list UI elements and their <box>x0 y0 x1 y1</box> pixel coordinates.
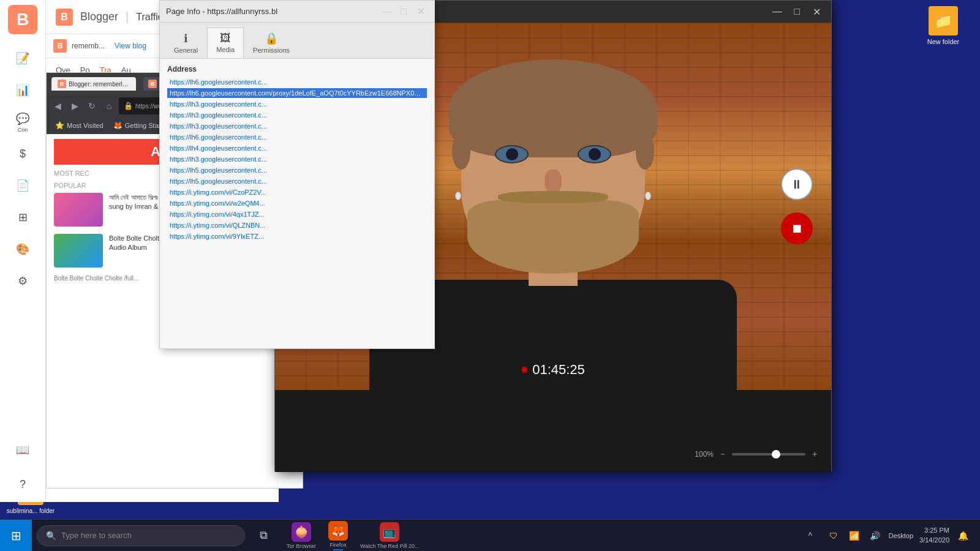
popup-close[interactable]: ✕ <box>413 4 428 19</box>
sidebar-item-earn[interactable]: $ <box>4 140 41 169</box>
show-hidden-icons[interactable]: ^ <box>801 526 820 545</box>
firefox-taskbar[interactable]: 🦊 Firefox <box>323 520 353 552</box>
getting-started-icon: 🦊 <box>113 121 123 130</box>
nose <box>545 170 562 194</box>
popup-tab-media[interactable]: 🖼 Media <box>207 28 244 58</box>
head <box>461 72 645 268</box>
popup-tab-general[interactable]: ℹ General <box>165 28 207 58</box>
tray-icon-security[interactable]: 🛡 <box>824 526 843 545</box>
blogger-tab[interactable]: B Blogger: rememberlessf <box>51 77 136 91</box>
url-item-10[interactable]: https://i.ytimg.com/vi/CzoPZ2V... <box>167 187 427 197</box>
tray-icon-network[interactable]: 📶 <box>845 526 864 545</box>
url-item-11[interactable]: https://i.ytimg.com/vi/w2eQM4... <box>167 198 427 208</box>
sidebar-item-layout[interactable]: ⊞ <box>4 203 41 233</box>
help-icon: ? <box>20 478 26 491</box>
left-earring <box>455 192 461 200</box>
left-eye <box>495 145 529 163</box>
blogger-logo-icon: B <box>56 9 73 26</box>
url-item-14[interactable]: https://i.ytimg.com/vi/9YlxETZ... <box>167 231 427 241</box>
sidebar-item-reading[interactable]: 📖 <box>4 436 41 465</box>
url-item-0[interactable]: https://lh6.googleusercontent.c... <box>167 77 427 87</box>
url-item-12[interactable]: https://i.ytimg.com/vi/4qx1TJZ... <box>167 209 427 219</box>
record-stop-button[interactable]: ⏹ <box>781 212 813 244</box>
window-controls: — □ ✕ <box>770 4 824 19</box>
most-visited-bookmark[interactable]: ⭐ Most Visited <box>51 120 107 131</box>
tray-icon-volume[interactable]: 🔊 <box>865 526 885 545</box>
search-placeholder: Type here to search <box>61 531 132 540</box>
new-folder-icon[interactable]: 📁 New folder <box>919 6 968 45</box>
blogger-divider: | <box>126 10 129 24</box>
popup-address-section: Address https://lh6.googleusercontent.c.… <box>160 59 434 247</box>
popup-minimize[interactable]: — <box>379 4 394 19</box>
right-earring <box>645 192 651 200</box>
settings-icon: ⚙ <box>18 274 28 288</box>
blogger-sidebar: B 📝 📊 💬 Con $ 📄 ⊞ 🎨 ⚙ 📖 ? <box>0 0 46 502</box>
zoom-minus-icon[interactable]: － <box>718 449 727 460</box>
url-item-13[interactable]: https://i.ytimg.com/vi/QLZNBN... <box>167 220 427 230</box>
video-thumb-1[interactable] <box>54 193 103 227</box>
sidebar-item-settings[interactable]: ⚙ <box>4 267 41 296</box>
url-item-1[interactable]: https://lh6.googleusercontent.com/proxy/… <box>167 88 427 98</box>
firefox-active-indicator <box>333 549 343 550</box>
view-blog-link[interactable]: View blog <box>115 42 146 50</box>
back-button[interactable]: ◀ <box>50 99 65 113</box>
maximize-button[interactable]: □ <box>790 4 804 19</box>
new-folder-label: New folder <box>927 38 960 45</box>
zoom-percentage: 100% <box>695 450 714 459</box>
home-button[interactable]: ⌂ <box>102 99 116 113</box>
zoom-thumb <box>772 450 780 459</box>
left-pupil <box>506 148 518 160</box>
url-item-4[interactable]: https://lh3.googleusercontent.c... <box>167 121 427 131</box>
page-info-popup: Page Info - https://allfunnyrss.bl — □ ✕… <box>159 0 435 349</box>
popup-tab-permissions[interactable]: 🔒 Permissions <box>244 28 299 58</box>
general-tab-label: General <box>174 47 198 54</box>
taskbar-center-icons: ⧉ <box>250 522 277 549</box>
address-label: Address <box>167 65 427 73</box>
task-view-button[interactable]: ⧉ <box>250 522 277 549</box>
url-item-7[interactable]: https://lh3.googleusercontent.c... <box>167 154 427 164</box>
sidebar-item-theme[interactable]: 🎨 <box>4 235 41 264</box>
minimize-button[interactable]: — <box>770 4 785 19</box>
zoom-plus-icon[interactable]: ＋ <box>810 449 819 460</box>
zoom-slider[interactable] <box>732 453 805 455</box>
blog-name: rememb... <box>72 42 105 50</box>
url-list: https://lh6.googleusercontent.c... https… <box>167 77 427 241</box>
url-item-8[interactable]: https://lh5.googleusercontent.c... <box>167 165 427 175</box>
pause-button[interactable]: ⏸ <box>781 168 813 200</box>
sidebar-item-pages[interactable]: 📄 <box>4 171 41 201</box>
url-item-6[interactable]: https://lh4.googleusercontent.c... <box>167 143 427 153</box>
sidebar-item-con[interactable]: 💬 Con <box>4 108 41 137</box>
watch-redpill-label: Watch The Red Pill 20... <box>360 543 420 549</box>
forward-button[interactable]: ▶ <box>67 99 82 113</box>
tor-browser-label: Tor Browser <box>287 543 316 549</box>
popup-tabs: ℹ General 🖼 Media 🔒 Permissions <box>160 23 434 59</box>
url-item-2[interactable]: https://lh3.googleusercontent.c... <box>167 99 427 109</box>
taskbar: ⊞ 🔍 Type here to search ⧉ 🧅 Tor Browser … <box>0 519 980 551</box>
url-item-5[interactable]: https://lh6.googleusercontent.c... <box>167 132 427 142</box>
tor-browser-taskbar[interactable]: 🧅 Tor Browser <box>282 521 321 550</box>
taskbar-clock[interactable]: 3:25 PM 3/14/2020 <box>919 526 949 545</box>
reading-icon: 📖 <box>16 443 29 457</box>
camera-zoom-bar: 100% － ＋ <box>695 449 819 460</box>
earn-icon: $ <box>20 148 26 160</box>
popup-maximize[interactable]: □ <box>396 4 411 19</box>
refresh-button[interactable]: ↻ <box>85 99 99 113</box>
start-button[interactable]: ⊞ <box>0 520 32 552</box>
taskbar-search[interactable]: 🔍 Type here to search <box>37 525 245 546</box>
media-tab-icon: 🖼 <box>220 32 231 45</box>
watch-redpill-taskbar[interactable]: 📺 Watch The Red Pill 20... <box>355 521 424 550</box>
url-item-3[interactable]: https://lh3.googleusercontent.c... <box>167 110 427 120</box>
close-button[interactable]: ✕ <box>809 4 824 19</box>
sidebar-item-help[interactable]: ? <box>4 470 41 500</box>
video-thumb-2[interactable] <box>54 234 103 268</box>
permissions-tab-label: Permissions <box>253 47 290 54</box>
right-pupil <box>589 148 601 160</box>
url-item-9[interactable]: https://lh5.googleusercontent.c... <box>167 176 427 186</box>
sidebar-item-posts[interactable]: 📝 <box>4 44 41 73</box>
permissions-tab-icon: 🔒 <box>265 32 278 45</box>
theme-icon: 🎨 <box>16 242 29 256</box>
desktop-label: Desktop <box>889 532 913 539</box>
notifications-button[interactable]: 🔔 <box>953 526 973 545</box>
sidebar-item-stats[interactable]: 📊 <box>4 76 41 105</box>
right-eye <box>578 145 611 163</box>
